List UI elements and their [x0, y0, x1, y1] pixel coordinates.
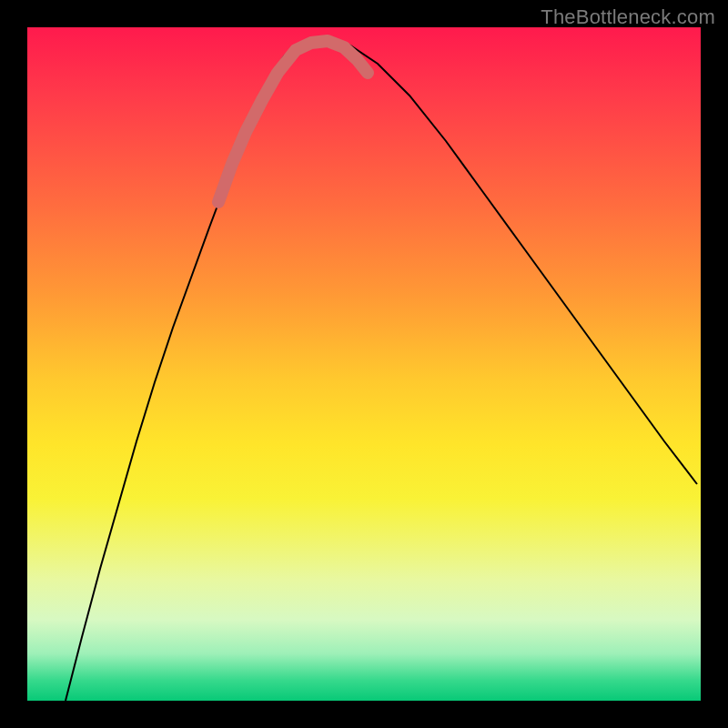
bottleneck-curve [66, 39, 697, 701]
curve-svg [27, 27, 701, 701]
watermark-label: TheBottleneck.com [541, 5, 715, 29]
marker-segment [218, 41, 368, 202]
plot-area [27, 27, 701, 701]
chart-frame: TheBottleneck.com [0, 0, 728, 728]
